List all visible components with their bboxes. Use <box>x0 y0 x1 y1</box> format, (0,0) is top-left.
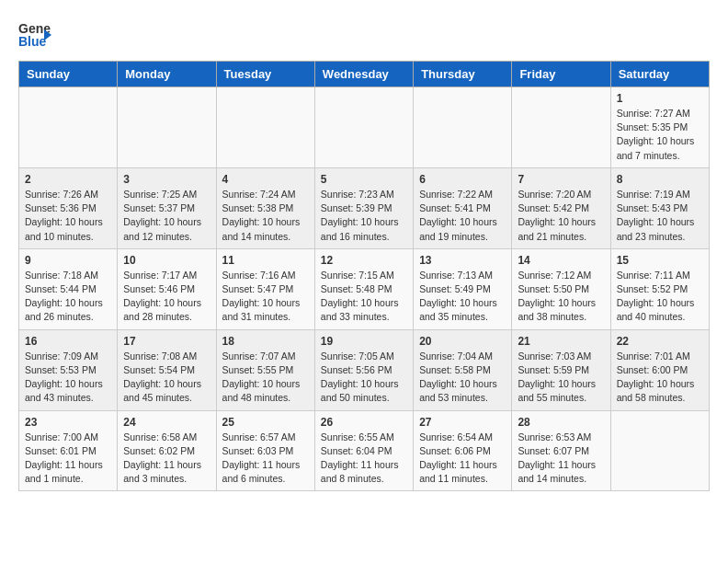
calendar-cell: 8Sunrise: 7:19 AM Sunset: 5:43 PM Daylig… <box>610 167 709 248</box>
calendar-cell <box>610 410 709 491</box>
day-number: 16 <box>25 335 111 348</box>
calendar-cell <box>19 87 118 168</box>
day-info: Sunrise: 7:08 AM Sunset: 5:54 PM Dayligh… <box>123 350 210 406</box>
day-info: Sunrise: 6:53 AM Sunset: 6:07 PM Dayligh… <box>518 431 604 487</box>
day-number: 13 <box>419 254 506 267</box>
day-number: 5 <box>321 173 407 186</box>
calendar-cell: 26Sunrise: 6:55 AM Sunset: 6:04 PM Dayli… <box>314 410 413 491</box>
calendar-cell: 23Sunrise: 7:00 AM Sunset: 6:01 PM Dayli… <box>19 410 118 491</box>
header-day-monday: Monday <box>118 62 216 87</box>
day-info: Sunrise: 6:58 AM Sunset: 6:02 PM Dayligh… <box>123 431 210 487</box>
calendar-cell <box>414 87 512 168</box>
calendar-cell <box>512 87 610 168</box>
day-number: 10 <box>123 254 210 267</box>
day-info: Sunrise: 7:01 AM Sunset: 6:00 PM Dayligh… <box>617 350 703 406</box>
day-info: Sunrise: 7:22 AM Sunset: 5:41 PM Dayligh… <box>419 188 506 244</box>
calendar-table: SundayMondayTuesdayWednesdayThursdayFrid… <box>18 61 710 491</box>
calendar-cell: 17Sunrise: 7:08 AM Sunset: 5:54 PM Dayli… <box>118 329 216 410</box>
day-number: 22 <box>617 335 703 348</box>
day-number: 3 <box>123 173 210 186</box>
header-day-sunday: Sunday <box>19 62 118 87</box>
calendar-cell: 12Sunrise: 7:15 AM Sunset: 5:48 PM Dayli… <box>314 248 413 329</box>
day-info: Sunrise: 7:18 AM Sunset: 5:44 PM Dayligh… <box>25 269 111 325</box>
calendar-cell: 27Sunrise: 6:54 AM Sunset: 6:06 PM Dayli… <box>414 410 512 491</box>
day-number: 6 <box>419 173 506 186</box>
header-day-friday: Friday <box>512 62 610 87</box>
day-info: Sunrise: 7:04 AM Sunset: 5:58 PM Dayligh… <box>419 350 506 406</box>
calendar-cell <box>314 87 413 168</box>
day-number: 17 <box>123 335 210 348</box>
day-number: 23 <box>25 416 111 429</box>
day-info: Sunrise: 7:13 AM Sunset: 5:49 PM Dayligh… <box>419 269 506 325</box>
day-info: Sunrise: 7:25 AM Sunset: 5:37 PM Dayligh… <box>123 188 210 244</box>
day-info: Sunrise: 7:09 AM Sunset: 5:53 PM Dayligh… <box>25 350 111 406</box>
calendar-cell: 24Sunrise: 6:58 AM Sunset: 6:02 PM Dayli… <box>118 410 216 491</box>
svg-text:Blue: Blue <box>18 34 47 49</box>
day-number: 1 <box>617 92 703 105</box>
day-number: 12 <box>321 254 407 267</box>
day-number: 20 <box>419 335 506 348</box>
calendar-cell: 1Sunrise: 7:27 AM Sunset: 5:35 PM Daylig… <box>610 87 709 168</box>
calendar-cell: 22Sunrise: 7:01 AM Sunset: 6:00 PM Dayli… <box>610 329 709 410</box>
day-info: Sunrise: 7:23 AM Sunset: 5:39 PM Dayligh… <box>321 188 407 244</box>
day-info: Sunrise: 6:55 AM Sunset: 6:04 PM Dayligh… <box>321 431 407 487</box>
calendar-week-2: 2Sunrise: 7:26 AM Sunset: 5:36 PM Daylig… <box>19 167 710 248</box>
calendar-cell: 11Sunrise: 7:16 AM Sunset: 5:47 PM Dayli… <box>216 248 314 329</box>
calendar-week-1: 1Sunrise: 7:27 AM Sunset: 5:35 PM Daylig… <box>19 87 710 168</box>
day-number: 27 <box>419 416 506 429</box>
calendar-cell: 2Sunrise: 7:26 AM Sunset: 5:36 PM Daylig… <box>19 167 118 248</box>
day-info: Sunrise: 7:17 AM Sunset: 5:46 PM Dayligh… <box>123 269 210 325</box>
day-number: 8 <box>617 173 703 186</box>
calendar-cell: 5Sunrise: 7:23 AM Sunset: 5:39 PM Daylig… <box>314 167 413 248</box>
day-number: 19 <box>321 335 407 348</box>
day-info: Sunrise: 7:07 AM Sunset: 5:55 PM Dayligh… <box>222 350 309 406</box>
day-info: Sunrise: 7:20 AM Sunset: 5:42 PM Dayligh… <box>518 188 604 244</box>
logo-icon: General Blue <box>18 18 51 52</box>
day-info: Sunrise: 7:12 AM Sunset: 5:50 PM Dayligh… <box>518 269 604 325</box>
calendar-cell <box>118 87 216 168</box>
calendar-cell: 7Sunrise: 7:20 AM Sunset: 5:42 PM Daylig… <box>512 167 610 248</box>
day-number: 11 <box>222 254 309 267</box>
calendar-header-row: SundayMondayTuesdayWednesdayThursdayFrid… <box>19 62 710 87</box>
calendar-cell: 15Sunrise: 7:11 AM Sunset: 5:52 PM Dayli… <box>610 248 709 329</box>
calendar-cell: 28Sunrise: 6:53 AM Sunset: 6:07 PM Dayli… <box>512 410 610 491</box>
day-number: 9 <box>25 254 111 267</box>
day-info: Sunrise: 7:26 AM Sunset: 5:36 PM Dayligh… <box>25 188 111 244</box>
day-info: Sunrise: 6:54 AM Sunset: 6:06 PM Dayligh… <box>419 431 506 487</box>
calendar-cell: 14Sunrise: 7:12 AM Sunset: 5:50 PM Dayli… <box>512 248 610 329</box>
day-number: 7 <box>518 173 604 186</box>
calendar-cell: 19Sunrise: 7:05 AM Sunset: 5:56 PM Dayli… <box>314 329 413 410</box>
header-day-saturday: Saturday <box>610 62 709 87</box>
day-number: 2 <box>25 173 111 186</box>
calendar-week-5: 23Sunrise: 7:00 AM Sunset: 6:01 PM Dayli… <box>19 410 710 491</box>
header-day-wednesday: Wednesday <box>314 62 413 87</box>
day-info: Sunrise: 7:19 AM Sunset: 5:43 PM Dayligh… <box>617 188 703 244</box>
page-header: General Blue <box>18 18 710 52</box>
calendar-cell: 13Sunrise: 7:13 AM Sunset: 5:49 PM Dayli… <box>414 248 512 329</box>
day-info: Sunrise: 7:03 AM Sunset: 5:59 PM Dayligh… <box>518 350 604 406</box>
calendar-cell: 25Sunrise: 6:57 AM Sunset: 6:03 PM Dayli… <box>216 410 314 491</box>
day-number: 28 <box>518 416 604 429</box>
calendar-cell: 20Sunrise: 7:04 AM Sunset: 5:58 PM Dayli… <box>414 329 512 410</box>
calendar-cell: 9Sunrise: 7:18 AM Sunset: 5:44 PM Daylig… <box>19 248 118 329</box>
calendar-cell: 18Sunrise: 7:07 AM Sunset: 5:55 PM Dayli… <box>216 329 314 410</box>
calendar-week-3: 9Sunrise: 7:18 AM Sunset: 5:44 PM Daylig… <box>19 248 710 329</box>
day-number: 26 <box>321 416 407 429</box>
day-number: 4 <box>222 173 309 186</box>
day-info: Sunrise: 7:16 AM Sunset: 5:47 PM Dayligh… <box>222 269 309 325</box>
day-info: Sunrise: 7:15 AM Sunset: 5:48 PM Dayligh… <box>321 269 407 325</box>
day-info: Sunrise: 6:57 AM Sunset: 6:03 PM Dayligh… <box>222 431 309 487</box>
day-info: Sunrise: 7:05 AM Sunset: 5:56 PM Dayligh… <box>321 350 407 406</box>
calendar-cell: 21Sunrise: 7:03 AM Sunset: 5:59 PM Dayli… <box>512 329 610 410</box>
calendar-cell: 16Sunrise: 7:09 AM Sunset: 5:53 PM Dayli… <box>19 329 118 410</box>
day-number: 24 <box>123 416 210 429</box>
day-info: Sunrise: 7:00 AM Sunset: 6:01 PM Dayligh… <box>25 431 111 487</box>
logo: General Blue <box>18 18 57 52</box>
day-number: 21 <box>518 335 604 348</box>
day-number: 15 <box>617 254 703 267</box>
calendar-cell: 3Sunrise: 7:25 AM Sunset: 5:37 PM Daylig… <box>118 167 216 248</box>
calendar-cell <box>216 87 314 168</box>
day-number: 14 <box>518 254 604 267</box>
calendar-cell: 10Sunrise: 7:17 AM Sunset: 5:46 PM Dayli… <box>118 248 216 329</box>
day-info: Sunrise: 7:24 AM Sunset: 5:38 PM Dayligh… <box>222 188 309 244</box>
